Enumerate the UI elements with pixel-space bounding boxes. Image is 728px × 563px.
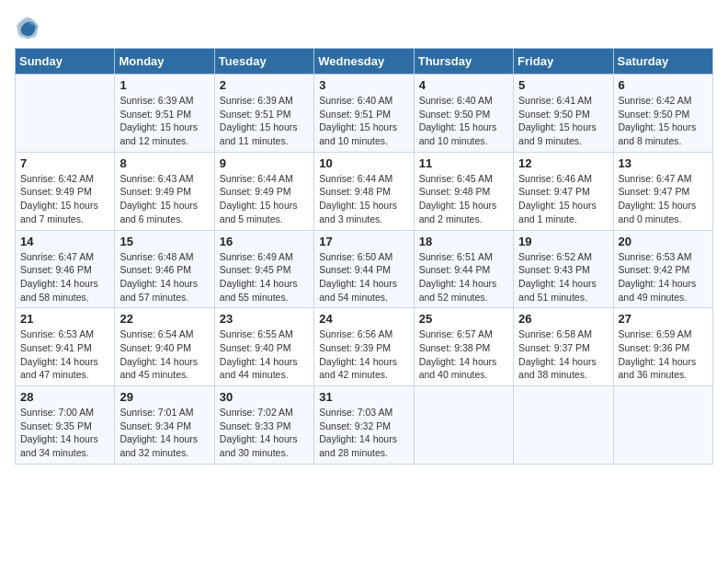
day-number: 23 [220,312,309,326]
day-content: Sunrise: 6:51 AMSunset: 9:44 PMDaylight:… [419,250,508,304]
logo-icon [15,15,40,40]
calendar-week-row: 7Sunrise: 6:42 AMSunset: 9:49 PMDaylight… [16,152,713,230]
calendar-cell: 31Sunrise: 7:03 AMSunset: 9:32 PMDayligh… [314,386,414,465]
day-number: 30 [220,390,309,404]
day-number: 7 [20,156,109,170]
day-number: 31 [319,390,408,404]
day-content: Sunrise: 7:03 AMSunset: 9:32 PMDaylight:… [319,406,408,460]
day-content: Sunrise: 6:53 AMSunset: 9:41 PMDaylight:… [20,327,109,382]
calendar-cell [16,75,115,153]
day-number: 3 [319,78,408,92]
calendar-week-row: 21Sunrise: 6:53 AMSunset: 9:41 PMDayligh… [16,308,713,386]
calendar-cell: 25Sunrise: 6:57 AMSunset: 9:38 PMDayligh… [414,308,513,386]
logo [15,15,44,40]
day-content: Sunrise: 6:53 AMSunset: 9:42 PMDaylight:… [619,250,708,304]
day-content: Sunrise: 6:48 AMSunset: 9:46 PMDaylight:… [119,250,209,304]
calendar-week-row: 1Sunrise: 6:39 AMSunset: 9:51 PMDaylight… [16,75,713,153]
day-content: Sunrise: 6:40 AMSunset: 9:51 PMDaylight:… [319,94,408,148]
calendar-cell: 1Sunrise: 6:39 AMSunset: 9:51 PMDaylight… [115,75,214,153]
day-number: 17 [319,235,408,248]
day-content: Sunrise: 6:59 AMSunset: 9:36 PMDaylight:… [619,327,708,382]
day-number: 26 [518,312,608,326]
day-content: Sunrise: 6:49 AMSunset: 9:45 PMDaylight:… [220,250,309,304]
calendar-cell [414,386,513,465]
day-number: 14 [20,235,109,248]
day-number: 12 [518,156,608,170]
day-content: Sunrise: 6:57 AMSunset: 9:38 PMDaylight:… [419,327,508,382]
day-of-week-header: Sunday [16,49,115,75]
calendar-cell: 14Sunrise: 6:47 AMSunset: 9:46 PMDayligh… [16,230,115,308]
day-number: 24 [319,312,408,326]
day-number: 21 [20,312,109,326]
calendar-cell: 6Sunrise: 6:42 AMSunset: 9:50 PMDaylight… [613,75,712,153]
calendar-cell: 20Sunrise: 6:53 AMSunset: 9:42 PMDayligh… [613,230,712,308]
day-number: 11 [419,156,508,170]
day-content: Sunrise: 7:00 AMSunset: 9:35 PMDaylight:… [20,406,109,460]
day-content: Sunrise: 6:44 AMSunset: 9:48 PMDaylight:… [319,172,408,226]
day-number: 22 [119,312,209,326]
calendar-cell [514,386,613,465]
calendar-cell: 13Sunrise: 6:47 AMSunset: 9:47 PMDayligh… [613,152,712,230]
calendar-cell: 11Sunrise: 6:45 AMSunset: 9:48 PMDayligh… [414,152,513,230]
calendar-cell: 12Sunrise: 6:46 AMSunset: 9:47 PMDayligh… [514,152,613,230]
calendar-cell: 30Sunrise: 7:02 AMSunset: 9:33 PMDayligh… [214,386,313,465]
day-of-week-header: Tuesday [214,49,313,75]
day-number: 29 [119,390,209,404]
page-header [15,15,713,40]
day-number: 18 [419,235,508,248]
calendar-cell: 19Sunrise: 6:52 AMSunset: 9:43 PMDayligh… [514,230,613,308]
day-number: 4 [419,78,508,92]
day-number: 13 [619,156,708,170]
day-content: Sunrise: 7:01 AMSunset: 9:34 PMDaylight:… [119,406,209,460]
calendar-cell: 2Sunrise: 6:39 AMSunset: 9:51 PMDaylight… [214,75,313,153]
calendar-cell: 3Sunrise: 6:40 AMSunset: 9:51 PMDaylight… [314,75,414,153]
day-number: 10 [319,156,408,170]
day-of-week-header: Saturday [613,49,712,75]
day-number: 6 [619,78,708,92]
calendar-cell: 18Sunrise: 6:51 AMSunset: 9:44 PMDayligh… [414,230,513,308]
day-content: Sunrise: 6:45 AMSunset: 9:48 PMDaylight:… [419,172,508,226]
calendar-cell: 7Sunrise: 6:42 AMSunset: 9:49 PMDaylight… [16,152,115,230]
calendar-cell: 17Sunrise: 6:50 AMSunset: 9:44 PMDayligh… [314,230,414,308]
day-content: Sunrise: 6:44 AMSunset: 9:49 PMDaylight:… [220,172,309,226]
day-content: Sunrise: 6:54 AMSunset: 9:40 PMDaylight:… [119,327,209,382]
day-content: Sunrise: 6:50 AMSunset: 9:44 PMDaylight:… [319,250,408,304]
calendar-cell: 28Sunrise: 7:00 AMSunset: 9:35 PMDayligh… [16,386,115,465]
calendar-cell: 9Sunrise: 6:44 AMSunset: 9:49 PMDaylight… [214,152,313,230]
calendar-cell: 4Sunrise: 6:40 AMSunset: 9:50 PMDaylight… [414,75,513,153]
day-content: Sunrise: 6:55 AMSunset: 9:40 PMDaylight:… [220,327,309,382]
day-content: Sunrise: 6:40 AMSunset: 9:50 PMDaylight:… [419,94,508,148]
day-content: Sunrise: 6:39 AMSunset: 9:51 PMDaylight:… [119,94,209,148]
calendar-cell [613,386,712,465]
day-content: Sunrise: 6:42 AMSunset: 9:49 PMDaylight:… [20,172,109,226]
calendar-cell: 23Sunrise: 6:55 AMSunset: 9:40 PMDayligh… [214,308,313,386]
calendar-cell: 24Sunrise: 6:56 AMSunset: 9:39 PMDayligh… [314,308,414,386]
day-content: Sunrise: 6:42 AMSunset: 9:50 PMDaylight:… [619,94,708,148]
calendar-cell: 27Sunrise: 6:59 AMSunset: 9:36 PMDayligh… [613,308,712,386]
day-number: 2 [220,78,309,92]
day-number: 27 [619,312,708,326]
day-of-week-header: Wednesday [314,49,414,75]
day-content: Sunrise: 6:41 AMSunset: 9:50 PMDaylight:… [518,94,608,148]
day-number: 16 [220,235,309,248]
calendar-table: SundayMondayTuesdayWednesdayThursdayFrid… [15,48,713,465]
calendar-cell: 26Sunrise: 6:58 AMSunset: 9:37 PMDayligh… [514,308,613,386]
calendar-header-row: SundayMondayTuesdayWednesdayThursdayFrid… [16,49,713,75]
day-number: 8 [119,156,209,170]
day-content: Sunrise: 6:47 AMSunset: 9:46 PMDaylight:… [20,250,109,304]
day-content: Sunrise: 6:39 AMSunset: 9:51 PMDaylight:… [220,94,309,148]
day-number: 25 [419,312,508,326]
day-number: 9 [220,156,309,170]
day-of-week-header: Thursday [414,49,513,75]
calendar-cell: 29Sunrise: 7:01 AMSunset: 9:34 PMDayligh… [115,386,214,465]
day-number: 28 [20,390,109,404]
day-number: 15 [119,235,209,248]
calendar-cell: 22Sunrise: 6:54 AMSunset: 9:40 PMDayligh… [115,308,214,386]
day-content: Sunrise: 6:46 AMSunset: 9:47 PMDaylight:… [518,172,608,226]
day-content: Sunrise: 6:52 AMSunset: 9:43 PMDaylight:… [518,250,608,304]
calendar-cell: 16Sunrise: 6:49 AMSunset: 9:45 PMDayligh… [214,230,313,308]
calendar-cell: 8Sunrise: 6:43 AMSunset: 9:49 PMDaylight… [115,152,214,230]
calendar-cell: 21Sunrise: 6:53 AMSunset: 9:41 PMDayligh… [16,308,115,386]
day-content: Sunrise: 7:02 AMSunset: 9:33 PMDaylight:… [220,406,309,460]
calendar-week-row: 14Sunrise: 6:47 AMSunset: 9:46 PMDayligh… [16,230,713,308]
